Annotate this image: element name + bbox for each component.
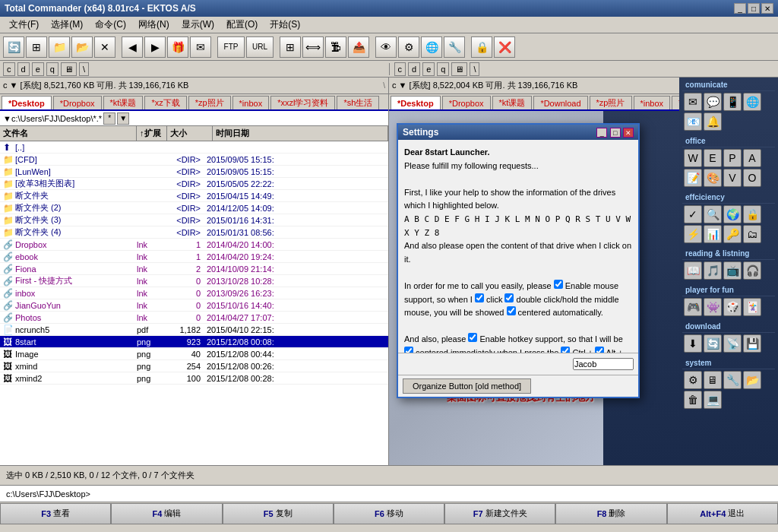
- launcher-icon[interactable]: ✓: [684, 205, 702, 223]
- fn-key-F5[interactable]: F5复制: [223, 503, 334, 524]
- file-row[interactable]: 📁[改革3相关图表]<DIR>2015/05/05 22:22:: [0, 178, 388, 190]
- launcher-icon[interactable]: 🖥: [704, 371, 722, 389]
- col-size[interactable]: 大小: [167, 126, 213, 141]
- left-tab-xz[interactable]: *xz下载: [144, 96, 186, 109]
- launcher-icon[interactable]: 📧: [684, 112, 702, 131]
- cb-mouse[interactable]: [554, 280, 563, 289]
- menu-item-C[interactable]: 命令(C): [89, 17, 132, 33]
- file-row[interactable]: 🔗Photoslnk02014/04/27 17:07:: [0, 312, 388, 324]
- cb-alt[interactable]: [595, 347, 604, 353]
- tb-panel[interactable]: ⊞: [26, 36, 47, 58]
- file-row[interactable]: 📁[LunWen]<DIR>2015/09/05 15:15:: [0, 166, 388, 178]
- col-filename[interactable]: 文件名: [0, 126, 137, 141]
- cb-centered2[interactable]: [404, 347, 413, 353]
- launcher-icon[interactable]: 🔒: [743, 205, 761, 223]
- file-row[interactable]: 📄ncrunch5pdf1,1822015/04/10 22:15:: [0, 324, 388, 336]
- tb-url[interactable]: URL: [246, 36, 274, 58]
- file-row[interactable]: 🖼Imagepng402015/12/08 00:44:: [0, 348, 388, 360]
- left-tab-sh[interactable]: *sh生活: [337, 96, 379, 109]
- drive-e-left[interactable]: e: [32, 62, 44, 76]
- drive-icon-right[interactable]: 🖥: [451, 62, 467, 76]
- menu-item-M[interactable]: 选择(M): [45, 17, 89, 33]
- launcher-icon[interactable]: 📖: [684, 261, 702, 280]
- file-row[interactable]: 📁断文件夹 (3)<DIR>2015/01/16 14:31:: [0, 214, 388, 226]
- launcher-icon[interactable]: 🔄: [704, 334, 722, 353]
- cb-click[interactable]: [475, 293, 484, 302]
- fn-key-AltF4[interactable]: Alt+F4退出: [667, 503, 778, 524]
- file-row[interactable]: 🔗ebooklnk12014/04/20 19:24:: [0, 251, 388, 263]
- launcher-icon[interactable]: 📂: [743, 371, 761, 389]
- drive-backslash-left[interactable]: \: [79, 62, 89, 76]
- launcher-icon[interactable]: 💾: [743, 334, 761, 353]
- cb-centered[interactable]: [507, 306, 516, 315]
- launcher-icon[interactable]: W: [684, 149, 702, 167]
- left-path-bar[interactable]: ▼c:\Users\FJJ\Desktop\*.* * ▼: [0, 111, 388, 126]
- tb-forward[interactable]: ▶: [144, 36, 166, 58]
- cb-ctrl[interactable]: [561, 347, 570, 353]
- launcher-icon[interactable]: 🔧: [723, 371, 742, 389]
- launcher-icon[interactable]: ⚙: [684, 371, 702, 389]
- launcher-icon[interactable]: 📱: [723, 93, 742, 111]
- launcher-icon[interactable]: 💻: [704, 391, 722, 409]
- launcher-icon[interactable]: 📝: [684, 169, 702, 187]
- right-tab-inbox[interactable]: *inbox: [634, 96, 671, 109]
- launcher-icon[interactable]: 🌐: [743, 93, 761, 111]
- right-tab-zp[interactable]: *zp照片: [590, 96, 632, 109]
- drive-c-left[interactable]: c: [3, 62, 15, 76]
- drive-q-right[interactable]: q: [437, 62, 449, 76]
- launcher-icon[interactable]: 📊: [704, 225, 722, 243]
- tb-refresh[interactable]: 🔄: [3, 36, 24, 58]
- tb-extra1[interactable]: 🔒: [471, 36, 492, 58]
- settings-maximize[interactable]: □: [610, 128, 621, 138]
- menu-item-W[interactable]: 显示(W): [176, 17, 220, 33]
- launcher-icon[interactable]: 📡: [723, 334, 742, 353]
- launcher-icon[interactable]: 🔑: [723, 225, 742, 243]
- launcher-icon[interactable]: ✉: [684, 93, 702, 111]
- file-row[interactable]: 🖼8startpng9232015/12/08 00:08:: [0, 336, 388, 348]
- settings-close[interactable]: ✕: [623, 128, 634, 138]
- file-row[interactable]: 🔗Fionalnk22014/10/09 21:14:: [0, 263, 388, 275]
- tb-gift[interactable]: 🎁: [167, 36, 188, 58]
- launcher-icon[interactable]: 🎮: [684, 298, 702, 316]
- right-tab-Dropbox[interactable]: *Dropbox: [442, 96, 491, 109]
- fn-key-F8[interactable]: F8删除: [555, 503, 666, 524]
- cb-hotkey[interactable]: [468, 333, 477, 342]
- launcher-icon[interactable]: P: [723, 149, 742, 167]
- tb-compare[interactable]: ⊞: [280, 36, 301, 58]
- launcher-icon[interactable]: 🃏: [743, 298, 761, 316]
- tb-network[interactable]: 🌐: [421, 36, 442, 58]
- file-row[interactable]: 📁断文件夹 (2)<DIR>2014/12/05 14:09:: [0, 202, 388, 214]
- right-tab-kt[interactable]: *kt课题: [492, 96, 533, 109]
- file-row[interactable]: 🔗inboxlnk02013/09/26 16:23:: [0, 287, 388, 299]
- tb-sync[interactable]: ⟺: [302, 36, 324, 58]
- left-tab-inbox[interactable]: *inbox: [232, 96, 270, 109]
- file-row[interactable]: 🔗JianGuoYunlnk02015/10/16 14:40:: [0, 299, 388, 312]
- file-row[interactable]: ⬆[..]: [0, 141, 388, 154]
- settings-minimize[interactable]: _: [596, 128, 607, 138]
- left-tab-xxzl[interactable]: *xxzl学习资料: [270, 96, 335, 109]
- tb-folder[interactable]: 📁: [49, 36, 70, 58]
- launcher-icon[interactable]: 👾: [704, 298, 722, 316]
- signature-input[interactable]: [573, 358, 634, 370]
- launcher-icon[interactable]: 💬: [704, 93, 722, 111]
- tb-back[interactable]: ◀: [122, 36, 143, 58]
- left-tab-zp[interactable]: *zp照片: [188, 96, 231, 109]
- left-tab-Dropbox[interactable]: *Dropbox: [53, 96, 102, 109]
- tb-ftp[interactable]: FTP: [217, 36, 245, 58]
- minimize-button[interactable]: _: [734, 3, 746, 14]
- tb-extract[interactable]: 📤: [348, 36, 369, 58]
- col-ext[interactable]: ↑扩展: [137, 126, 167, 141]
- launcher-icon[interactable]: 🎲: [723, 298, 742, 316]
- tb-tools[interactable]: 🔧: [444, 36, 465, 58]
- drive-c-right[interactable]: c: [394, 62, 406, 76]
- launcher-icon[interactable]: 🗂: [743, 225, 761, 243]
- left-tab-Desktop[interactable]: *Desktop: [2, 96, 52, 109]
- tb-archive[interactable]: 🗜: [325, 36, 346, 58]
- organize-button[interactable]: Organize Button [old method]: [403, 378, 531, 394]
- launcher-icon[interactable]: 📺: [723, 261, 742, 280]
- close-button[interactable]: ✕: [761, 3, 773, 14]
- drive-e-right[interactable]: e: [422, 62, 435, 76]
- right-tab-Desktop[interactable]: *Desktop: [391, 96, 441, 109]
- file-row[interactable]: 🖼xmindpng2542015/12/08 00:26:: [0, 360, 388, 372]
- menu-item-N[interactable]: 网络(N): [132, 17, 176, 33]
